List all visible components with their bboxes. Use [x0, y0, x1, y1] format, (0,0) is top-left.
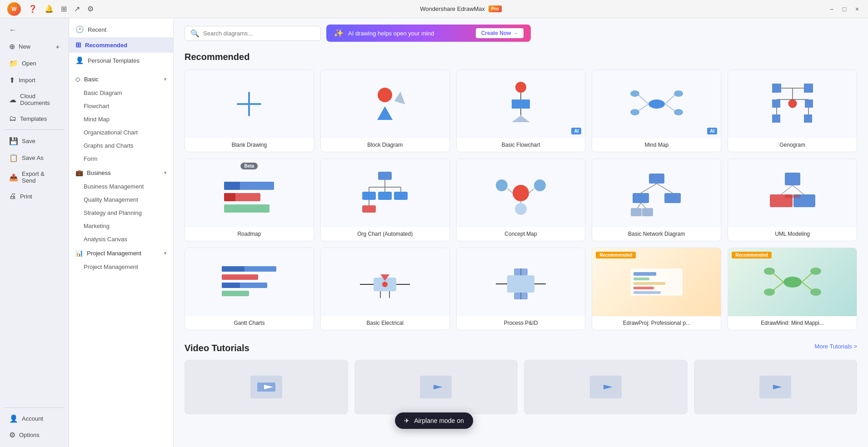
sidebar-item-saveas[interactable]: 📋 Save As: [3, 150, 66, 166]
svg-line-51: [508, 189, 513, 193]
sidebar-open-label: Open: [22, 60, 36, 67]
ai-create-now-btn[interactable]: Create Now →: [476, 28, 524, 38]
tutorial-card-3[interactable]: [524, 360, 688, 414]
maximize-btn[interactable]: □: [841, 5, 848, 13]
nav-flowchart[interactable]: Flowchart: [71, 99, 171, 113]
nav-analysis-label: Analysis Canvas: [84, 236, 127, 243]
nav-business-mgmt[interactable]: Business Management: [71, 180, 171, 193]
sidebar-item-options[interactable]: ⚙ Options: [3, 427, 66, 443]
help-icon[interactable]: ❓: [28, 5, 37, 13]
back-button[interactable]: ←: [3, 22, 66, 38]
bell-icon[interactable]: 🔔: [45, 5, 54, 13]
tutorials-header: Video Tutorials More Tutorials >: [185, 339, 857, 353]
sidebar-item-new[interactable]: ⊕ New +: [3, 39, 66, 55]
sidebar-item-templates[interactable]: 🗂 Templates: [3, 111, 66, 126]
svg-line-13: [639, 104, 649, 111]
svg-line-17: [665, 104, 675, 111]
svg-point-48: [496, 179, 508, 191]
template-roadmap[interactable]: Beta Roadmap: [185, 159, 314, 241]
svg-point-95: [783, 277, 802, 288]
sidebar-item-open[interactable]: 📁 Open: [3, 55, 66, 71]
sidebar-account-label: Account: [22, 415, 43, 422]
svg-marker-3: [377, 106, 393, 120]
templates-icon: 🗂: [9, 114, 16, 123]
nav-personal-templates[interactable]: 👤 Personal Templates: [69, 53, 173, 68]
personal-templates-icon: 👤: [75, 56, 84, 65]
tutorial-card-4[interactable]: [694, 360, 858, 414]
more-tutorials-link[interactable]: More Tutorials >: [814, 343, 857, 350]
minimize-btn[interactable]: −: [828, 5, 835, 13]
nav-basic-header[interactable]: ◇ Basic ▾: [69, 72, 173, 86]
svg-line-64: [781, 185, 793, 194]
import-icon: ⬆: [9, 76, 15, 84]
nav-project-header[interactable]: 📊 Project Management ▾: [69, 246, 173, 260]
content-area: Recommended Blank Drawing: [174, 48, 868, 425]
nav-org-chart[interactable]: Organizational Chart: [71, 126, 171, 139]
share-icon[interactable]: ↗: [74, 5, 80, 13]
nav-analysis[interactable]: Analysis Canvas: [71, 233, 171, 246]
sidebar-item-print[interactable]: 🖨 Print: [3, 189, 66, 204]
svg-rect-63: [785, 173, 800, 185]
nav-strategy-label: Strategy and Planning: [84, 209, 142, 216]
sidebar-save-label: Save: [22, 138, 35, 144]
cloud-icon: ☁: [9, 95, 16, 104]
sidebar-item-export[interactable]: 📤 Export & Send: [3, 167, 66, 188]
nav-quality-mgmt[interactable]: Quality Management: [71, 193, 171, 206]
nav-mindmap[interactable]: Mind Map: [71, 113, 171, 126]
avatar[interactable]: W: [7, 2, 21, 16]
svg-line-65: [793, 185, 804, 194]
sidebar-item-cloud[interactable]: ☁ Cloud Documents: [3, 89, 66, 110]
nav-recommended[interactable]: ⊞ Recommended: [69, 37, 173, 53]
nav-form[interactable]: Form: [71, 152, 171, 165]
tutorial-card-2[interactable]: [354, 360, 518, 414]
template-label-mindmap: Mind Map: [592, 138, 721, 152]
open-icon: 📁: [9, 59, 18, 68]
template-basic-flowchart[interactable]: AI Basic Flowchart: [456, 70, 586, 152]
app-body: ← ⊕ New + 📁 Open ⬆ Import ☁ Cloud Docume…: [0, 18, 868, 447]
titlebar-left-icons: W ❓ 🔔 ⊞ ↗ ⚙: [7, 2, 94, 16]
svg-point-10: [649, 99, 665, 109]
svg-rect-94: [634, 291, 661, 294]
tutorial-card-1[interactable]: [185, 360, 348, 414]
template-concept-map[interactable]: Concept Map: [456, 159, 586, 241]
sidebar-item-save[interactable]: 💾 Save: [3, 133, 66, 149]
tutorial-grid: [185, 360, 857, 414]
template-pid[interactable]: Process P&ID: [456, 248, 586, 330]
search-box[interactable]: 🔍: [185, 26, 321, 41]
sidebar-divider-2: [5, 407, 64, 408]
svg-rect-93: [634, 287, 654, 289]
nav-project-mgmt[interactable]: Project Management: [71, 260, 171, 273]
template-uml[interactable]: UML Modeling: [728, 159, 857, 241]
template-edrawproj[interactable]: Recommended EdrawProj: Professional p...: [592, 248, 721, 330]
sidebar-item-import[interactable]: ⬆ Import: [3, 72, 66, 88]
saveas-icon: 📋: [9, 154, 18, 162]
settings-icon[interactable]: ⚙: [87, 5, 94, 13]
nav-business-header[interactable]: 💼 Business ▾: [69, 165, 173, 180]
template-gantt[interactable]: Gantt Charts: [185, 248, 314, 330]
template-block-diagram[interactable]: Block Diagram: [320, 70, 450, 152]
nav-strategy[interactable]: Strategy and Planning: [71, 206, 171, 219]
template-electrical[interactable]: Basic Electrical: [320, 248, 450, 330]
nav-personal-label: Personal Templates: [88, 57, 140, 64]
nav-recent[interactable]: 🕐 Recent: [69, 22, 173, 37]
svg-rect-73: [222, 266, 244, 272]
nav-basic-diagram[interactable]: Basic Diagram: [71, 86, 171, 99]
template-edrawmind[interactable]: Recommended EdrawM: [728, 248, 857, 330]
nav-graphs-charts[interactable]: Graphs and Charts: [71, 139, 171, 152]
template-org-chart[interactable]: Org Chart (Automated): [320, 159, 450, 241]
apps-icon[interactable]: ⊞: [61, 5, 67, 13]
template-mind-map[interactable]: AI Mind Map: [592, 70, 721, 152]
template-blank-drawing[interactable]: Blank Drawing: [185, 70, 314, 152]
sidebar-print-label: Print: [20, 193, 32, 200]
search-input[interactable]: [203, 30, 315, 37]
svg-rect-82: [507, 275, 534, 293]
close-btn[interactable]: ×: [853, 5, 861, 13]
svg-line-15: [665, 95, 675, 104]
template-thumb-mindmap: AI: [592, 70, 721, 138]
template-network-diagram[interactable]: Basic Network Diagram: [592, 159, 721, 241]
template-genogram[interactable]: Genogram: [728, 70, 857, 152]
sidebar-item-account[interactable]: 👤 Account: [3, 411, 66, 427]
nav-marketing[interactable]: Marketing: [71, 219, 171, 233]
ai-banner[interactable]: ✨ AI drawing helps open your mind Create…: [326, 25, 531, 42]
svg-marker-9: [512, 115, 530, 122]
